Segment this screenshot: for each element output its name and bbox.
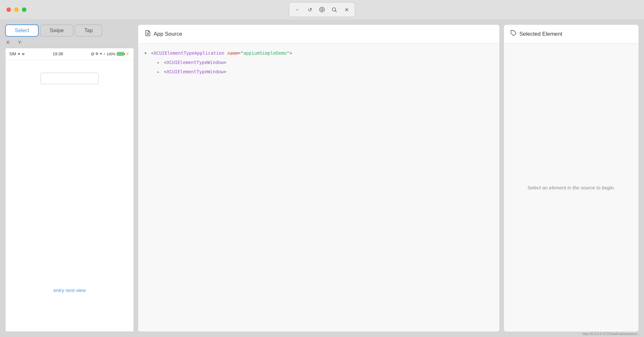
tab-bar: Select Swipe Tap [5, 24, 134, 37]
selected-element-title: Selected Element [519, 31, 562, 37]
back-button[interactable]: ← [292, 4, 303, 15]
app-source-icon [145, 30, 151, 38]
window-controls [6, 7, 26, 12]
svg-line-3 [335, 11, 336, 12]
url-hint: http://0.0.0.0:4723/wd/hub/session/... [582, 332, 640, 336]
left-panel: Select Swipe Tap X: Y: SIM ✦ ≋ 19:39 @ ⚙… [5, 24, 134, 332]
svg-point-1 [321, 9, 323, 11]
tree-node-window-2[interactable]: <XCUIElementTypeWindow> [157, 68, 493, 75]
status-time: 19:39 [52, 51, 63, 56]
tree-toggle-window-1[interactable] [157, 60, 163, 65]
battery-icon [117, 52, 124, 56]
source-tree: <XCUIElementTypeApplication name="appium… [138, 43, 499, 332]
battery-pct: 100% [107, 52, 116, 56]
main-content: Select Swipe Tap X: Y: SIM ✦ ≋ 19:39 @ ⚙… [0, 19, 644, 337]
tree-node-application[interactable]: <XCUIElementTypeApplication name="appium… [145, 50, 493, 57]
charging-icon: ⚡ [125, 52, 130, 56]
coord-y: Y: [18, 40, 22, 45]
tab-tap[interactable]: Tap [75, 24, 102, 37]
search-button[interactable] [328, 4, 340, 15]
tree-node-window-1[interactable]: <XCUIElementTypeWindow> [157, 59, 493, 66]
status-icons: @ ⚙ ✦ ♪ [91, 52, 105, 56]
device-frame: SIM ✦ ≋ 19:39 @ ⚙ ✦ ♪ 100% ⚡ entry next … [5, 48, 134, 332]
app-source-header: App Source [138, 25, 499, 43]
tree-toggle-application[interactable] [145, 51, 150, 56]
selected-element-panel: Selected Element Select an element in th… [504, 24, 639, 332]
app-source-title: App Source [154, 31, 182, 37]
coord-display: X: Y: [5, 39, 134, 45]
status-right: @ ⚙ ✦ ♪ 100% ⚡ [91, 52, 130, 56]
maximize-dot[interactable] [22, 7, 26, 12]
sim-label: SIM ✦ ≋ [9, 52, 25, 56]
status-bar: SIM ✦ ≋ 19:39 @ ⚙ ✦ ♪ 100% ⚡ [5, 48, 134, 60]
tab-select[interactable]: Select [5, 24, 39, 37]
tab-swipe[interactable]: Swipe [40, 24, 73, 37]
titlebar: ← ↺ ✕ [0, 0, 644, 19]
app-source-panel: App Source <XCUIElementTypeApplication n… [138, 24, 500, 332]
text-input-preview [41, 73, 99, 84]
inspect-button[interactable] [316, 4, 328, 15]
svg-point-0 [320, 7, 325, 12]
selected-element-body: Select an element in the source to begin… [504, 43, 639, 332]
tree-node-window-1-text: <XCUIElementTypeWindow> [164, 59, 226, 66]
tree-node-window-2-text: <XCUIElementTypeWindow> [164, 68, 226, 75]
close-dot[interactable] [6, 7, 11, 12]
selected-element-icon [510, 30, 517, 38]
coord-x: X: [6, 40, 10, 45]
selected-element-header: Selected Element [504, 25, 639, 43]
selected-element-placeholder: Select an element in the source to begin… [527, 185, 615, 190]
device-body: entry next view [5, 60, 134, 332]
svg-point-2 [332, 8, 336, 11]
tree-node-application-text: <XCUIElementTypeApplication name="appium… [151, 50, 292, 57]
tree-toggle-window-2[interactable] [157, 69, 163, 74]
entry-next-view-link[interactable]: entry next view [53, 287, 86, 293]
nav-buttons: ← ↺ ✕ [289, 2, 355, 17]
minimize-dot[interactable] [14, 7, 19, 12]
close-button[interactable]: ✕ [341, 4, 352, 15]
status-left: SIM ✦ ≋ [9, 52, 25, 56]
refresh-button[interactable]: ↺ [304, 4, 316, 15]
